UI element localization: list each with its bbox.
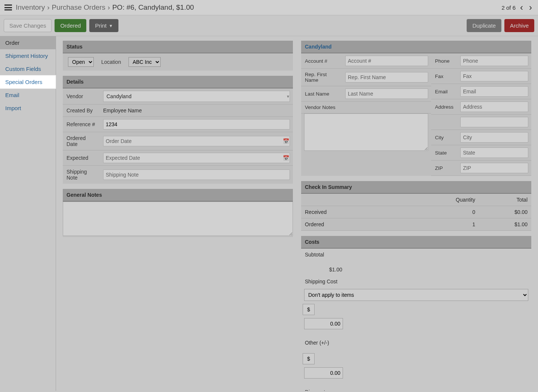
top-bar: Inventory › Purchase Orders › PO: #6, Ca… bbox=[0, 0, 538, 15]
breadcrumb-current: PO: #6, Candyland, $1.00 bbox=[112, 3, 194, 12]
other-label: Other (+/-) bbox=[301, 337, 346, 349]
repfn-label: Rep. First Name bbox=[301, 69, 342, 86]
save-button: Save Changes bbox=[4, 19, 52, 32]
menu-icon[interactable] bbox=[4, 4, 12, 10]
sidebar-item-import[interactable]: Import bbox=[0, 102, 56, 115]
checkin-header: Check In Summary bbox=[301, 181, 531, 194]
address-input[interactable] bbox=[460, 102, 528, 112]
shipping-note-input[interactable] bbox=[103, 169, 290, 180]
vendor-select[interactable]: Candyland bbox=[103, 91, 290, 102]
details-header: Details bbox=[63, 76, 293, 88]
calendar-icon[interactable]: 📅 bbox=[283, 138, 289, 144]
address2-input[interactable] bbox=[460, 117, 528, 127]
breadcrumb-l2[interactable]: Purchase Orders bbox=[52, 3, 105, 12]
lastname-input[interactable] bbox=[345, 88, 428, 99]
duplicate-button[interactable]: Duplicate bbox=[467, 19, 501, 32]
city-label: City bbox=[431, 132, 457, 143]
sidebar-item-shipment-history[interactable]: Shipment History bbox=[0, 49, 56, 62]
repfn-input[interactable] bbox=[345, 72, 428, 83]
discount-label: Discount bbox=[301, 386, 346, 391]
chevron-right-icon: › bbox=[47, 3, 49, 12]
status-header: Status bbox=[63, 41, 293, 53]
chevron-right-icon: › bbox=[108, 3, 110, 12]
fax-label: Fax bbox=[431, 71, 457, 82]
sidebar-item-special-orders[interactable]: Special Orders bbox=[0, 75, 56, 88]
general-notes-input[interactable] bbox=[63, 202, 293, 236]
phone-label: Phone bbox=[431, 55, 457, 67]
sidebar-item-email[interactable]: Email bbox=[0, 88, 56, 102]
city-input[interactable] bbox=[460, 132, 528, 143]
checkin-panel: Check In Summary Quantity Total Received… bbox=[301, 181, 531, 231]
expected-label: Expected bbox=[63, 152, 100, 164]
ordered-date-label: Ordered Date bbox=[63, 132, 100, 150]
general-notes-panel: General Notes bbox=[63, 189, 293, 237]
subtotal-label: Subtotal bbox=[301, 249, 346, 261]
received-qty: 0 bbox=[427, 206, 479, 218]
received-total: $0.00 bbox=[479, 206, 531, 218]
reference-label: Reference # bbox=[63, 118, 100, 130]
address2-label bbox=[431, 119, 457, 125]
other-amount[interactable] bbox=[304, 367, 343, 379]
vendor-notes-label: Vendor Notes bbox=[301, 102, 342, 113]
ordered-total: $1.00 bbox=[479, 218, 531, 230]
vendor-panel: Candyland Account # Rep. First Name Last… bbox=[301, 41, 531, 176]
pager: 2 of 6 ‹ › bbox=[501, 3, 534, 12]
location-select[interactable]: ABC Inc bbox=[129, 57, 161, 67]
ordered-qty: 1 bbox=[427, 218, 479, 230]
email-input[interactable] bbox=[460, 86, 528, 97]
chevron-down-icon: ▼ bbox=[109, 24, 113, 28]
ordered-date-input[interactable] bbox=[103, 136, 290, 146]
phone-input[interactable] bbox=[460, 56, 528, 66]
breadcrumb-l1[interactable]: Inventory bbox=[16, 3, 45, 12]
status-panel: Status Open Location ABC Inc bbox=[63, 41, 293, 71]
total-header: Total bbox=[479, 194, 531, 206]
received-label: Received bbox=[301, 206, 427, 218]
pager-text: 2 of 6 bbox=[501, 4, 516, 11]
shipping-amount[interactable] bbox=[304, 318, 343, 329]
zip-label: ZIP bbox=[431, 162, 457, 174]
other-currency[interactable] bbox=[303, 353, 315, 364]
shipping-select[interactable]: Don't apply to items bbox=[304, 289, 528, 301]
costs-panel: Costs Subtotal $1.00 Shipping Cost Don't… bbox=[301, 236, 531, 391]
createdby-label: Created By bbox=[63, 105, 100, 116]
createdby-value: Employee Name bbox=[103, 108, 142, 113]
pager-prev-icon[interactable]: ‹ bbox=[519, 3, 525, 12]
general-notes-header: General Notes bbox=[63, 189, 293, 202]
archive-button[interactable]: Archive bbox=[504, 19, 534, 32]
email-label: Email bbox=[431, 86, 457, 97]
sidebar-item-order[interactable]: Order bbox=[0, 36, 56, 49]
ordered-button[interactable]: Ordered bbox=[55, 19, 86, 32]
action-bar: Save Changes Ordered Print ▼ Duplicate A… bbox=[0, 15, 538, 36]
zip-input[interactable] bbox=[460, 163, 528, 173]
breadcrumb: Inventory › Purchase Orders › PO: #6, Ca… bbox=[16, 3, 501, 12]
expected-input[interactable] bbox=[103, 153, 290, 163]
address-label: Address bbox=[431, 101, 457, 113]
account-input[interactable] bbox=[345, 56, 428, 66]
state-label: State bbox=[431, 147, 457, 159]
sidebar-item-custom-fields[interactable]: Custom Fields bbox=[0, 62, 56, 75]
qty-header: Quantity bbox=[427, 194, 479, 206]
account-label: Account # bbox=[301, 55, 342, 67]
details-panel: Details Vendor Candyland ▼ Created By Em… bbox=[63, 76, 293, 184]
shipping-label: Shipping Cost bbox=[301, 276, 346, 287]
pager-next-icon[interactable]: › bbox=[528, 3, 534, 12]
print-button[interactable]: Print ▼ bbox=[89, 19, 118, 32]
vendor-header-link[interactable]: Candyland bbox=[301, 41, 531, 53]
shipping-note-label: Shipping Note bbox=[63, 166, 100, 184]
lastname-label: Last Name bbox=[301, 88, 342, 100]
subtotal-value: $1.00 bbox=[301, 264, 346, 276]
sidebar: Order Shipment History Custom Fields Spe… bbox=[0, 36, 56, 391]
state-input[interactable] bbox=[460, 147, 528, 158]
status-select[interactable]: Open bbox=[68, 57, 94, 67]
fax-input[interactable] bbox=[460, 71, 528, 81]
print-label: Print bbox=[95, 22, 106, 29]
calendar-icon[interactable]: 📅 bbox=[283, 155, 289, 161]
vendor-notes-input[interactable] bbox=[304, 113, 428, 151]
costs-header: Costs bbox=[301, 236, 531, 249]
reference-input[interactable] bbox=[103, 119, 290, 130]
shipping-currency[interactable] bbox=[303, 304, 315, 315]
location-label: Location bbox=[101, 59, 121, 65]
ordered-label: Ordered bbox=[301, 218, 427, 230]
vendor-label: Vendor bbox=[63, 90, 100, 102]
